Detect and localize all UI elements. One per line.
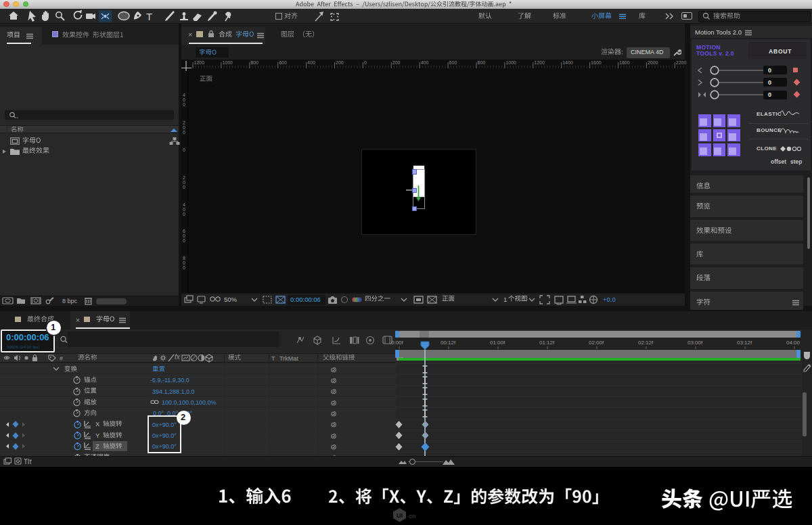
svg-text:·cn: ·cn [407, 512, 415, 520]
svg-text:UI: UI [397, 511, 403, 519]
